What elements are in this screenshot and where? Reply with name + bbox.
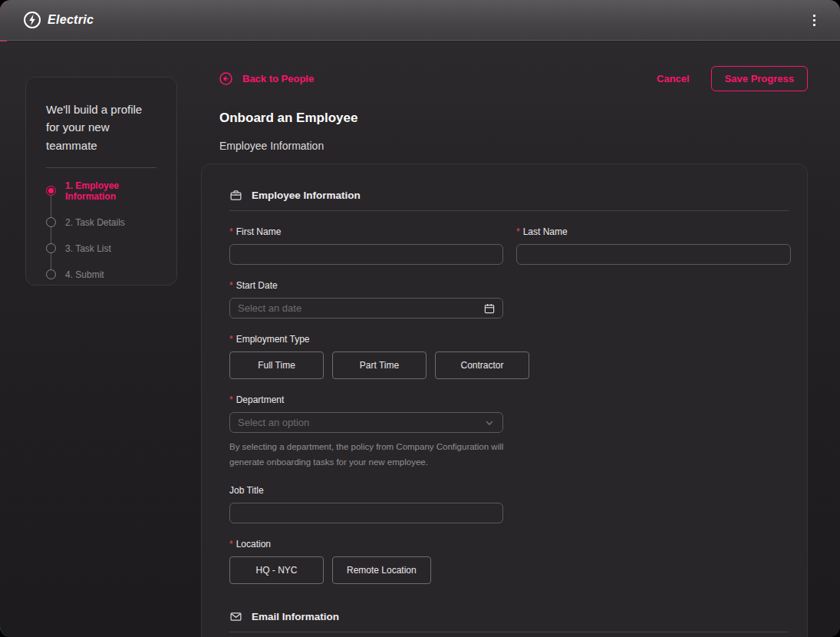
job-title-label: Job Title <box>229 485 789 496</box>
main-header: Back to People Cancel Save Progress <box>219 66 808 91</box>
department-label: * Department <box>229 394 789 405</box>
required-asterisk: * <box>516 226 520 237</box>
onboarding-form-card: Employee Information * First Name <box>201 163 808 637</box>
brand-name: Electric <box>48 13 94 27</box>
page-subtitle: Employee Information <box>219 140 808 152</box>
top-bar: Electric <box>0 0 840 41</box>
back-arrow-icon <box>219 72 232 85</box>
job-title-input[interactable] <box>229 503 503 523</box>
calendar-icon[interactable] <box>483 302 496 315</box>
remote-location-button[interactable]: Remote Location <box>332 556 431 584</box>
stepper-divider <box>46 167 156 168</box>
part-time-button[interactable]: Part Time <box>332 352 427 379</box>
required-asterisk: * <box>229 539 233 550</box>
step-task-details[interactable]: 2. Task Details <box>46 217 156 228</box>
employee-information-section-header: Employee Information <box>229 189 789 211</box>
envelope-icon <box>229 610 242 623</box>
screenshot-stage: Electric We'll build a profile for your … <box>0 0 840 637</box>
last-name-group: * Last Name <box>516 211 790 265</box>
back-to-people-link[interactable]: Back to People <box>219 66 314 85</box>
email-information-section-header: Email Information <box>229 610 789 632</box>
step-radio-icon <box>46 269 56 279</box>
briefcase-icon <box>229 189 242 202</box>
start-date-input[interactable] <box>229 298 503 318</box>
department-select[interactable]: Select an option <box>229 412 503 433</box>
save-progress-button[interactable]: Save Progress <box>711 66 808 91</box>
required-asterisk: * <box>229 394 233 405</box>
step-radio-icon <box>46 243 56 253</box>
step-radio-icon <box>46 186 56 196</box>
page-content: We'll build a profile for your new teamm… <box>0 41 840 637</box>
page-title: Onboard an Employee <box>219 111 808 126</box>
brand-logo: Electric <box>23 11 94 29</box>
contractor-button[interactable]: Contractor <box>435 352 529 379</box>
start-date-label: * Start Date <box>229 280 789 291</box>
step-radio-icon <box>46 217 56 227</box>
employment-type-label: * Employment Type <box>229 334 789 345</box>
stepper: 1. Employee Information 2. Task Details … <box>46 180 156 280</box>
main-column: Back to People Cancel Save Progress Onbo… <box>201 66 808 637</box>
app-window: Electric We'll build a profile for your … <box>0 0 840 637</box>
employment-type-options: Full Time Part Time Contractor <box>229 352 789 379</box>
first-name-label: * First Name <box>229 226 503 237</box>
stepper-card: We'll build a profile for your new teamm… <box>25 77 177 285</box>
stepper-heading: We'll build a profile for your new teamm… <box>46 101 156 154</box>
step-task-list[interactable]: 3. Task List <box>46 243 156 254</box>
chevron-down-icon <box>484 418 495 428</box>
last-name-input[interactable] <box>516 244 791 265</box>
hq-nyc-button[interactable]: HQ - NYC <box>229 556 324 584</box>
first-name-group: * First Name <box>229 211 503 265</box>
required-asterisk: * <box>229 334 233 345</box>
start-date-group <box>229 298 503 318</box>
location-options: HQ - NYC Remote Location <box>229 556 789 584</box>
kebab-menu-icon[interactable] <box>809 10 820 31</box>
full-time-button[interactable]: Full Time <box>229 352 324 379</box>
required-asterisk: * <box>229 280 233 291</box>
last-name-label: * Last Name <box>516 226 790 237</box>
cancel-button[interactable]: Cancel <box>657 73 690 84</box>
location-label: * Location <box>229 539 789 550</box>
department-helper-text: By selecting a department, the policy fr… <box>229 440 506 470</box>
step-submit[interactable]: 4. Submit <box>46 269 156 280</box>
step-employee-information[interactable]: 1. Employee Information <box>46 180 156 202</box>
lightning-bolt-icon <box>23 11 41 29</box>
name-row: * First Name * Last Name <box>229 211 789 265</box>
header-actions: Cancel Save Progress <box>657 66 808 91</box>
required-asterisk: * <box>229 226 233 237</box>
first-name-input[interactable] <box>229 244 503 265</box>
